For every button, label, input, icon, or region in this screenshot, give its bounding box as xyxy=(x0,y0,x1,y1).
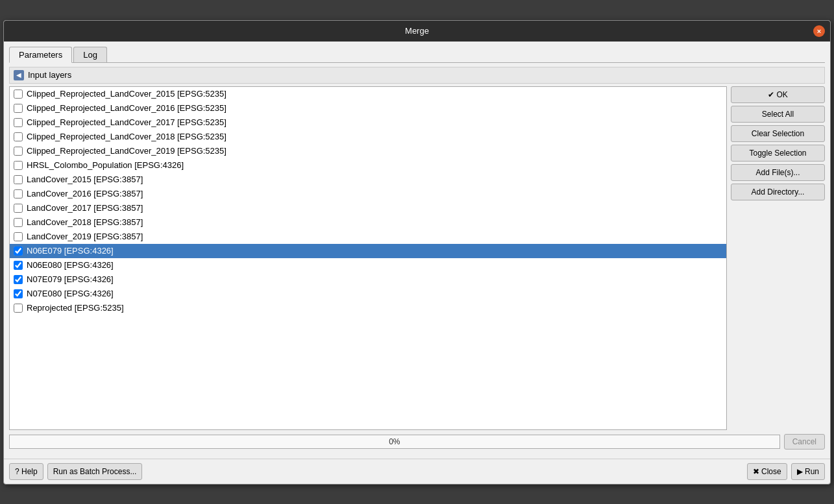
list-item-label: Clipped_Reprojected_LandCover_2019 [EPSG… xyxy=(27,146,227,156)
buttons-panel: ✔ OK Select All Clear Selection Toggle S… xyxy=(731,86,825,430)
list-item-checkbox[interactable] xyxy=(14,104,23,113)
list-item[interactable]: N06E080 [EPSG:4326] xyxy=(10,258,726,272)
cancel-button[interactable]: Cancel xyxy=(784,434,825,450)
list-item-checkbox[interactable] xyxy=(14,246,23,256)
title-bar: Merge × xyxy=(4,21,830,42)
clear-selection-button[interactable]: Clear Selection xyxy=(731,125,825,142)
select-all-button[interactable]: Select All xyxy=(731,106,825,123)
list-item[interactable]: LandCover_2019 [EPSG:3857] xyxy=(10,230,726,244)
add-directory-button[interactable]: Add Directory... xyxy=(731,184,825,200)
list-item[interactable]: N07E079 [EPSG:4326] xyxy=(10,272,726,287)
list-item-checkbox[interactable] xyxy=(14,261,23,270)
list-item[interactable]: LandCover_2018 [EPSG:3857] xyxy=(10,215,726,230)
list-item-checkbox[interactable] xyxy=(14,118,23,127)
toggle-selection-button[interactable]: Toggle Selection xyxy=(731,145,825,162)
list-item-label: Clipped_Reprojected_LandCover_2017 [EPSG… xyxy=(27,117,227,127)
tab-bar: Parameters Log xyxy=(9,47,825,63)
list-item[interactable]: Clipped_Reprojected_LandCover_2016 [EPSG… xyxy=(10,101,726,115)
list-item-label: Clipped_Reprojected_LandCover_2016 [EPSG… xyxy=(27,103,227,113)
list-item-checkbox[interactable] xyxy=(14,232,23,241)
list-item[interactable]: HRSL_Colombo_Population [EPSG:4326] xyxy=(10,158,726,173)
content-area: Clipped_Reprojected_LandCover_2015 [EPSG… xyxy=(9,86,825,430)
list-item[interactable]: Clipped_Reprojected_LandCover_2019 [EPSG… xyxy=(10,144,726,158)
dialog-title: Merge xyxy=(405,26,429,36)
list-item-checkbox[interactable] xyxy=(14,161,23,170)
ok-button[interactable]: ✔ OK xyxy=(731,86,825,103)
bottom-left-buttons: ? Help Run as Batch Process... xyxy=(9,463,142,480)
run-button[interactable]: ▶ Run xyxy=(791,463,825,480)
list-item-label: N06E079 [EPSG:4326] xyxy=(27,246,114,256)
list-item[interactable]: Clipped_Reprojected_LandCover_2018 [EPSG… xyxy=(10,130,726,144)
list-item-label: LandCover_2015 [EPSG:3857] xyxy=(27,174,143,184)
tab-parameters[interactable]: Parameters xyxy=(9,47,72,63)
list-item[interactable]: N07E080 [EPSG:4326] xyxy=(10,287,726,301)
list-item[interactable]: Clipped_Reprojected_LandCover_2015 [EPSG… xyxy=(10,87,726,101)
list-item-label: Clipped_Reprojected_LandCover_2018 [EPSG… xyxy=(27,132,227,141)
help-button[interactable]: ? Help xyxy=(9,463,43,480)
list-item[interactable]: Clipped_Reprojected_LandCover_2017 [EPSG… xyxy=(10,115,726,130)
list-item-checkbox[interactable] xyxy=(14,189,23,198)
merge-dialog: Merge × Parameters Log ◀ Input layers Cl… xyxy=(3,20,831,485)
progress-label: 0% xyxy=(389,437,400,446)
list-item[interactable]: Reprojected [EPSG:5235] xyxy=(10,301,726,315)
list-item-checkbox[interactable] xyxy=(14,204,23,213)
list-item-checkbox[interactable] xyxy=(14,90,23,99)
dialog-body: Parameters Log ◀ Input layers Clipped_Re… xyxy=(4,42,830,459)
progress-row: 0% Cancel xyxy=(9,430,825,453)
list-item-label: LandCover_2018 [EPSG:3857] xyxy=(27,217,143,227)
add-files-button[interactable]: Add File(s)... xyxy=(731,164,825,181)
list-item[interactable]: N06E079 [EPSG:4326] xyxy=(10,244,726,258)
list-item-checkbox[interactable] xyxy=(14,275,23,284)
input-layers-list[interactable]: Clipped_Reprojected_LandCover_2015 [EPSG… xyxy=(9,86,727,430)
list-item-label: LandCover_2019 [EPSG:3857] xyxy=(27,232,143,241)
list-item-label: Clipped_Reprojected_LandCover_2015 [EPSG… xyxy=(27,89,227,99)
list-item-checkbox[interactable] xyxy=(14,304,23,313)
list-item-label: LandCover_2017 [EPSG:3857] xyxy=(27,203,143,213)
bottom-right-buttons: ✖ Close ▶ Run xyxy=(747,463,825,480)
list-item-label: N06E080 [EPSG:4326] xyxy=(27,260,114,270)
section-header: ◀ Input layers xyxy=(9,67,825,84)
collapse-arrow-icon[interactable]: ◀ xyxy=(14,70,24,80)
list-item-label: HRSL_Colombo_Population [EPSG:4326] xyxy=(27,160,184,170)
batch-button[interactable]: Run as Batch Process... xyxy=(47,463,143,480)
list-item-checkbox[interactable] xyxy=(14,218,23,227)
close-button[interactable]: ✖ Close xyxy=(747,463,787,480)
list-item-checkbox[interactable] xyxy=(14,289,23,298)
list-item-label: N07E079 [EPSG:4326] xyxy=(27,274,114,284)
list-item[interactable]: LandCover_2016 [EPSG:3857] xyxy=(10,187,726,201)
list-item-checkbox[interactable] xyxy=(14,175,23,184)
list-item-label: N07E080 [EPSG:4326] xyxy=(27,289,114,298)
list-item-label: Reprojected [EPSG:5235] xyxy=(27,303,124,313)
section-title: Input layers xyxy=(28,70,71,80)
tab-log[interactable]: Log xyxy=(73,47,107,62)
list-item-label: LandCover_2016 [EPSG:3857] xyxy=(27,189,143,198)
list-item[interactable]: LandCover_2017 [EPSG:3857] xyxy=(10,201,726,215)
list-item-checkbox[interactable] xyxy=(14,147,23,156)
list-item-checkbox[interactable] xyxy=(14,132,23,141)
progress-bar: 0% xyxy=(9,435,780,449)
window-close-button[interactable]: × xyxy=(813,25,825,37)
list-item[interactable]: LandCover_2015 [EPSG:3857] xyxy=(10,173,726,187)
bottom-bar: ? Help Run as Batch Process... ✖ Close ▶… xyxy=(4,459,830,484)
